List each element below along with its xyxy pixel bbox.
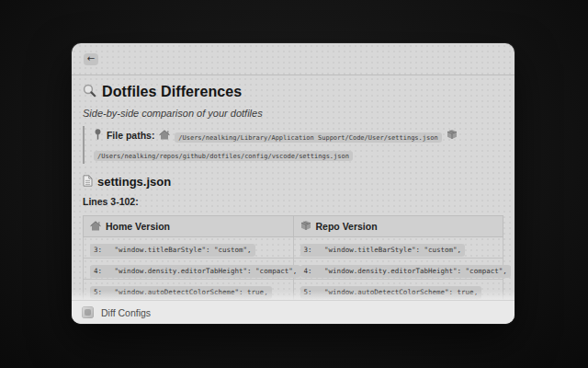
- diff-table: Home Version: [83, 215, 503, 300]
- file-paths-label: File paths:: [107, 130, 155, 141]
- table-row: 5: "window.autoDetectColorScheme": true,…: [84, 280, 503, 301]
- footer-bar: Diff Configs: [72, 300, 514, 324]
- file-paths-blockquote: File paths: /Users/nealking/Library/Appl…: [83, 126, 492, 164]
- home-icon: [90, 221, 101, 233]
- back-button[interactable]: ←: [84, 53, 98, 65]
- page-title-row: Dotfiles Differences: [83, 83, 503, 101]
- page-subtitle: Side-by-side comparison of your dotfiles: [83, 108, 503, 121]
- diff-cell-repo: 3: "window.titleBarStyle": "custom",: [293, 237, 503, 259]
- diff-cell-repo: 4: "window.density.editorTabHeight": "co…: [293, 259, 503, 280]
- filename-heading: settings.json: [97, 175, 171, 189]
- column-header-home-label: Home Version: [106, 221, 170, 232]
- home-path-badge: /Users/nealking/Library/Application Supp…: [175, 132, 441, 143]
- package-icon: [300, 220, 311, 233]
- window-header: ←: [72, 43, 514, 75]
- footer-app-label: Diff Configs: [101, 307, 151, 318]
- page-title: Dotfiles Differences: [102, 84, 242, 100]
- page-icon: [83, 174, 93, 190]
- code-line: 3: "window.titleBarStyle": "custom",: [300, 244, 466, 257]
- package-icon: [447, 128, 458, 145]
- column-header-repo-label: Repo Version: [316, 221, 378, 232]
- back-arrow-icon: ←: [87, 54, 95, 63]
- pin-icon: [94, 128, 102, 145]
- column-header-repo: Repo Version: [293, 216, 503, 237]
- code-line: 4: "window.density.editorTabHeight": "co…: [90, 265, 300, 278]
- code-line: 5: "window.autoDetectColorScheme": true,: [90, 286, 272, 299]
- diff-cell-home: 5: "window.autoDetectColorScheme": true,: [84, 280, 294, 301]
- raycast-window: ← Dotfiles Differences Side-by-side comp…: [72, 43, 514, 324]
- code-line: 3: "window.titleBarStyle": "custom",: [90, 244, 255, 257]
- diff-cell-home: 3: "window.titleBarStyle": "custom",: [84, 237, 294, 259]
- lines-range-label: Lines 3-102:: [83, 196, 503, 208]
- repo-path-badge: /Users/nealking/repos/github/dotfiles/co…: [94, 151, 353, 161]
- code-line: 5: "window.autoDetectColorScheme": true,: [300, 286, 482, 299]
- code-line: 4: "window.density.editorTabHeight": "co…: [300, 265, 511, 278]
- search-icon: [83, 84, 96, 101]
- column-header-home: Home Version: [84, 216, 294, 237]
- table-row: 3: "window.titleBarStyle": "custom", 3: …: [84, 237, 503, 259]
- app-icon: [82, 306, 94, 318]
- home-icon: [159, 128, 170, 145]
- markdown-scroll-area[interactable]: Dotfiles Differences Side-by-side compar…: [72, 75, 514, 300]
- diff-cell-repo: 5: "window.autoDetectColorScheme": true,: [293, 280, 503, 301]
- filename-heading-row: settings.json: [83, 174, 503, 190]
- diff-cell-home: 4: "window.density.editorTabHeight": "co…: [84, 259, 294, 280]
- table-row: 4: "window.density.editorTabHeight": "co…: [84, 259, 503, 280]
